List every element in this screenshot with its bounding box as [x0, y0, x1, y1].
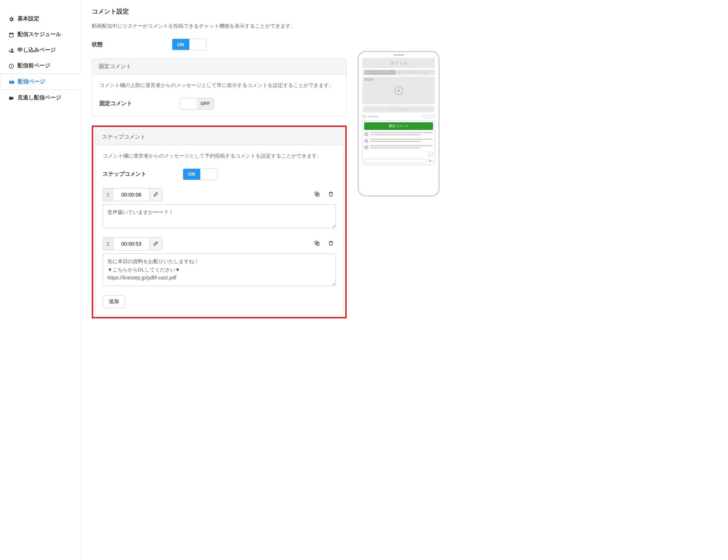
intro-text: 動画配信中にリスナーがコメントを投稿できるチャット機能を表示することができます。	[92, 23, 347, 29]
sidebar-item-schedule[interactable]: 配信スケジュール	[0, 27, 80, 42]
preview-video: LIVE	[362, 77, 435, 104]
step-time-input[interactable]	[113, 237, 149, 250]
sidebar-item-signup-page[interactable]: 申し込みページ	[0, 42, 80, 58]
step-comment-desc: コメント欄に運営者からのメッセージとして予約投稿するコメントを設定することができ…	[103, 152, 336, 160]
edit-icon	[153, 191, 159, 198]
send-icon	[428, 158, 433, 163]
step-comment-highlight: ステップコメント コメント欄に運営者からのメッセージとして予約投稿するコメントを…	[92, 126, 347, 319]
play-icon	[394, 86, 403, 95]
trash-icon	[328, 240, 334, 247]
toggle-on-label: ON	[183, 169, 200, 180]
fixed-comment-label: 固定コメント	[99, 100, 180, 107]
preview-fixed-comment: 固定コメント	[364, 122, 433, 130]
step-index: 1	[103, 188, 113, 201]
trash-icon	[328, 191, 334, 198]
toggle-on-label: ON	[172, 39, 189, 50]
preview-live-badge: LIVE	[365, 78, 373, 81]
copy-icon	[314, 240, 320, 247]
state-label: 状態	[92, 41, 172, 48]
preview-comments: 固定コメント »	[362, 120, 435, 165]
sidebar-item-pre-broadcast-page[interactable]: 配信前ページ	[0, 58, 80, 74]
step-comment-panel: ステップコメント コメント欄に運営者からのメッセージとして予約投稿するコメントを…	[95, 129, 343, 315]
avatar-icon	[362, 115, 366, 118]
calendar-icon	[8, 31, 15, 37]
page-title: コメント設定	[92, 7, 347, 16]
chevron-down-icon: »	[428, 152, 433, 157]
step-delete-button[interactable]	[326, 239, 336, 249]
sidebar-item-label: 見逃し配信ページ	[17, 94, 61, 101]
step-text-input[interactable]	[103, 204, 336, 229]
add-step-button[interactable]: 追加	[103, 295, 125, 308]
step-comment-item: 2	[103, 237, 336, 287]
sidebar-item-label: 配信前ページ	[17, 62, 50, 69]
copy-icon	[314, 191, 320, 198]
preview-countdown-tag: カウントダウンテキスト	[365, 70, 396, 75]
step-time-input[interactable]	[113, 188, 149, 201]
fixed-comment-header: 固定コメント	[92, 59, 346, 75]
video-icon	[8, 94, 15, 101]
step-edit-button[interactable]	[149, 237, 162, 250]
state-toggle[interactable]: ON	[172, 39, 206, 50]
step-comment-toggle[interactable]: ON	[183, 168, 217, 180]
fixed-comment-toggle[interactable]: OFF	[180, 98, 214, 110]
step-delete-button[interactable]	[326, 190, 336, 200]
edit-icon	[153, 240, 159, 247]
clock-icon	[8, 62, 15, 69]
gear-icon	[8, 15, 15, 22]
sidebar-item-label: 申し込みページ	[17, 47, 56, 53]
fixed-comment-desc: コメント欄の上部に運営者からのメッセージとして常に表示するコメントを設定すること…	[99, 81, 339, 90]
sidebar: 基本設定 配信スケジュール 申し込みページ 配信前ページ 配信ページ	[0, 0, 81, 560]
preview-offer-button: オファーボタン	[362, 106, 435, 112]
sidebar-item-label: 配信スケジュール	[17, 31, 61, 38]
preview-countdown: カウントダウンテキスト 00 日 00 時間 00 分 00 秒	[362, 69, 435, 75]
step-text-input[interactable]	[103, 253, 336, 286]
sidebar-item-broadcast-page[interactable]: 配信ページ	[0, 74, 81, 90]
preview-countdown-nums: 00 日 00 時間 00 分 00 秒	[397, 71, 430, 74]
fixed-comment-panel: 固定コメント コメント欄の上部に運営者からのメッセージとして常に表示するコメント…	[92, 58, 347, 116]
step-comment-label: ステップコメント	[103, 171, 183, 178]
sidebar-item-label: 基本設定	[17, 15, 39, 22]
toggle-off-label: OFF	[197, 98, 214, 109]
step-comment-item: 1	[103, 188, 336, 230]
step-edit-button[interactable]	[149, 188, 162, 201]
sidebar-item-label: 配信ページ	[18, 78, 45, 85]
preview-title: タイトル	[362, 58, 435, 68]
sidebar-item-basic-settings[interactable]: 基本設定	[0, 11, 80, 27]
preview-comment-input	[364, 159, 426, 163]
phone-preview: タイトル カウントダウンテキスト 00 日 00 時間 00 分 00 秒 LI…	[358, 51, 441, 196]
user-plus-icon	[8, 47, 15, 53]
youtube-icon	[8, 78, 15, 85]
step-comment-header: ステップコメント	[95, 129, 343, 145]
step-copy-button[interactable]	[312, 190, 322, 200]
step-copy-button[interactable]	[312, 239, 322, 249]
step-index: 2	[103, 237, 113, 250]
sidebar-item-missed-broadcast-page[interactable]: 見逃し配信ページ	[0, 90, 80, 106]
